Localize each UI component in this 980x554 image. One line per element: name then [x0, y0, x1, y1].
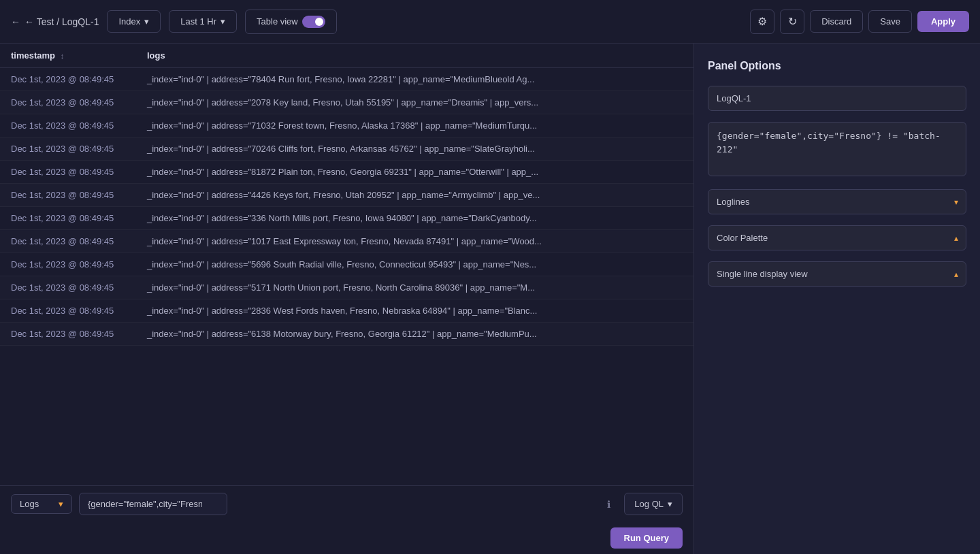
- timestamp-cell: Dec 1st, 2023 @ 08:49:45: [0, 323, 136, 346]
- bottom-bar: Logs ▾ ℹ Log QL ▾: [0, 485, 693, 522]
- query-input-wrap: ℹ: [79, 493, 617, 515]
- settings-button[interactable]: ⚙: [750, 10, 774, 34]
- run-row: Run Query: [0, 522, 693, 554]
- color-select[interactable]: Color PaletteClassicWarm: [708, 225, 966, 250]
- logs-cell: _index="ind-0" | address="6138 Motorway …: [136, 323, 693, 346]
- source-chevron-icon: ▾: [59, 499, 63, 509]
- table-row[interactable]: Dec 1st, 2023 @ 08:49:45_index="ind-0" |…: [0, 230, 693, 253]
- info-icon[interactable]: ℹ: [607, 499, 610, 510]
- timestamp-cell: Dec 1st, 2023 @ 08:49:45: [0, 207, 136, 230]
- logql-button[interactable]: Log QL ▾: [624, 493, 683, 515]
- panel-query-field-wrap: [708, 122, 966, 178]
- left-panel: timestamp ↕ logs Dec 1st, 2023 @ 08:49:4…: [0, 44, 694, 554]
- logs-cell: _index="ind-0" | address="2836 West Ford…: [136, 299, 693, 323]
- table-row[interactable]: Dec 1st, 2023 @ 08:49:45_index="ind-0" |…: [0, 137, 693, 161]
- panel-name-field[interactable]: [708, 86, 966, 111]
- table-row[interactable]: Dec 1st, 2023 @ 08:49:45_index="ind-0" |…: [0, 114, 693, 137]
- timestamp-cell: Dec 1st, 2023 @ 08:49:45: [0, 161, 136, 184]
- timestamp-cell: Dec 1st, 2023 @ 08:49:45: [0, 276, 136, 299]
- color-select-wrap: Color PaletteClassicWarm ▴: [708, 225, 966, 250]
- logs-cell: _index="ind-0" | address="70246 Cliffs f…: [136, 137, 693, 161]
- timestamp-cell: Dec 1st, 2023 @ 08:49:45: [0, 253, 136, 276]
- time-range-button[interactable]: Last 1 Hr: [169, 10, 237, 33]
- format-select-wrap: LoglinesJSONTable ▾: [708, 189, 966, 214]
- main-layout: timestamp ↕ logs Dec 1st, 2023 @ 08:49:4…: [0, 44, 980, 554]
- logs-cell: _index="ind-0" | address="1017 East Expr…: [136, 230, 693, 253]
- discard-button[interactable]: Discard: [810, 10, 863, 33]
- display-select[interactable]: Single line display viewMulti line displ…: [708, 261, 966, 287]
- save-button[interactable]: Save: [868, 10, 912, 33]
- table-row[interactable]: Dec 1st, 2023 @ 08:49:45_index="ind-0" |…: [0, 323, 693, 346]
- refresh-icon: ↻: [788, 15, 797, 28]
- table-row[interactable]: Dec 1st, 2023 @ 08:49:45_index="ind-0" |…: [0, 68, 693, 91]
- panel-title: Panel Options: [708, 60, 966, 72]
- chevron-down-icon: [220, 16, 225, 27]
- table-view-button[interactable]: Table view: [245, 10, 337, 34]
- timestamp-cell: Dec 1st, 2023 @ 08:49:45: [0, 68, 136, 91]
- logs-cell: _index="ind-0" | address="4426 Keys fort…: [136, 184, 693, 207]
- panel-query-field[interactable]: [708, 122, 966, 176]
- table-row[interactable]: Dec 1st, 2023 @ 08:49:45_index="ind-0" |…: [0, 276, 693, 299]
- timestamp-cell: Dec 1st, 2023 @ 08:49:45: [0, 184, 136, 207]
- logs-table: timestamp ↕ logs Dec 1st, 2023 @ 08:49:4…: [0, 44, 693, 346]
- table-row[interactable]: Dec 1st, 2023 @ 08:49:45_index="ind-0" |…: [0, 253, 693, 276]
- logs-cell: _index="ind-0" | address="78404 Run fort…: [136, 68, 693, 91]
- table-container[interactable]: timestamp ↕ logs Dec 1st, 2023 @ 08:49:4…: [0, 44, 693, 485]
- gear-icon: ⚙: [757, 15, 767, 28]
- right-panel: Panel Options LoglinesJSONTable ▾ Color …: [694, 44, 980, 554]
- display-select-wrap: Single line display viewMulti line displ…: [708, 261, 966, 287]
- back-link[interactable]: ← ← Test / LogQL-1: [11, 16, 99, 27]
- table-view-toggle[interactable]: [302, 16, 325, 28]
- page-title: ← Test / LogQL-1: [24, 16, 99, 27]
- timestamp-header: timestamp ↕: [0, 44, 136, 68]
- sort-icon[interactable]: ↕: [61, 52, 65, 60]
- refresh-button[interactable]: ↻: [780, 10, 804, 34]
- query-input[interactable]: [79, 493, 227, 515]
- table-row[interactable]: Dec 1st, 2023 @ 08:49:45_index="ind-0" |…: [0, 91, 693, 114]
- format-select[interactable]: LoglinesJSONTable: [708, 189, 966, 214]
- timestamp-cell: Dec 1st, 2023 @ 08:49:45: [0, 91, 136, 114]
- timestamp-cell: Dec 1st, 2023 @ 08:49:45: [0, 230, 136, 253]
- logs-cell: _index="ind-0" | address="336 North Mill…: [136, 207, 693, 230]
- table-header-row: timestamp ↕ logs: [0, 44, 693, 68]
- table-row[interactable]: Dec 1st, 2023 @ 08:49:45_index="ind-0" |…: [0, 299, 693, 323]
- logs-cell: _index="ind-0" | address="2078 Key land,…: [136, 91, 693, 114]
- timestamp-cell: Dec 1st, 2023 @ 08:49:45: [0, 299, 136, 323]
- table-row[interactable]: Dec 1st, 2023 @ 08:49:45_index="ind-0" |…: [0, 207, 693, 230]
- chevron-down-icon: [144, 16, 149, 27]
- logs-cell: _index="ind-0" | address="71032 Forest t…: [136, 114, 693, 137]
- timestamp-cell: Dec 1st, 2023 @ 08:49:45: [0, 114, 136, 137]
- back-arrow-icon: ←: [11, 16, 20, 27]
- timestamp-cell: Dec 1st, 2023 @ 08:49:45: [0, 137, 136, 161]
- apply-button[interactable]: Apply: [917, 11, 969, 32]
- header: ← ← Test / LogQL-1 Index Last 1 Hr Table…: [0, 0, 980, 44]
- run-query-button[interactable]: Run Query: [610, 527, 683, 549]
- logs-cell: _index="ind-0" | address="81872 Plain to…: [136, 161, 693, 184]
- logs-cell: _index="ind-0" | address="5696 South Rad…: [136, 253, 693, 276]
- table-row[interactable]: Dec 1st, 2023 @ 08:49:45_index="ind-0" |…: [0, 184, 693, 207]
- table-row[interactable]: Dec 1st, 2023 @ 08:49:45_index="ind-0" |…: [0, 161, 693, 184]
- index-button[interactable]: Index: [107, 10, 161, 33]
- logs-cell: _index="ind-0" | address="5171 North Uni…: [136, 276, 693, 299]
- panel-name-field-wrap: [708, 86, 966, 111]
- source-select[interactable]: Logs ▾: [11, 494, 72, 514]
- logs-header: logs: [136, 44, 693, 68]
- logql-chevron-icon: ▾: [668, 499, 672, 509]
